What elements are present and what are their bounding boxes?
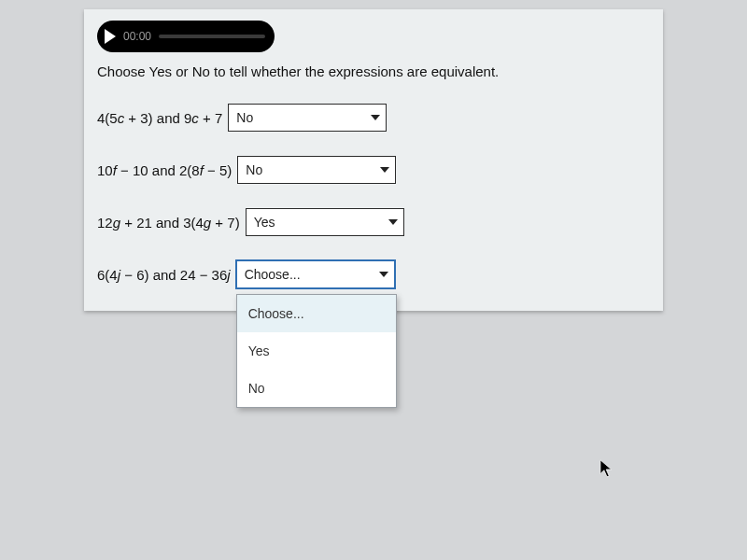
select-value: No: [236, 110, 253, 125]
question-row: 4(5c + 3) and 9c + 7 No: [97, 104, 650, 132]
select-value: No: [246, 162, 262, 177]
answer-dropdown[interactable]: Choose... Yes No: [236, 294, 397, 408]
audio-player[interactable]: 00:00: [97, 21, 275, 52]
select-value: Yes: [254, 215, 275, 230]
answer-select-1[interactable]: No: [228, 104, 387, 132]
play-icon[interactable]: [105, 29, 116, 44]
quiz-panel: 00:00 Choose Yes or No to tell whether t…: [84, 9, 663, 311]
audio-time: 00:00: [123, 30, 151, 43]
expression-text: 4(5c + 3) and 9c + 7: [97, 110, 222, 126]
mouse-cursor-icon: [599, 459, 614, 480]
question-row: 10f − 10 and 2(8f − 5) No: [97, 156, 650, 184]
dropdown-option-yes[interactable]: Yes: [237, 332, 396, 370]
dropdown-option-no[interactable]: No: [237, 370, 396, 407]
chevron-down-icon: [379, 272, 388, 277]
chevron-down-icon: [380, 167, 389, 173]
dropdown-option-choose[interactable]: Choose...: [237, 295, 396, 332]
expression-text: 6(4j − 6) and 24 − 36j: [97, 267, 231, 283]
select-value: Choose...: [245, 267, 301, 282]
answer-select-3[interactable]: Yes: [246, 208, 404, 236]
answer-select-2[interactable]: No: [237, 156, 396, 184]
expression-text: 10f − 10 and 2(8f − 5): [97, 162, 232, 178]
expression-text: 12g + 21 and 3(4g + 7): [97, 215, 240, 231]
question-row: 6(4j − 6) and 24 − 36j Choose...: [97, 260, 650, 288]
answer-select-4[interactable]: Choose...: [236, 260, 395, 288]
chevron-down-icon: [388, 219, 398, 225]
chevron-down-icon: [371, 115, 380, 120]
audio-progress-track[interactable]: [159, 35, 265, 38]
instruction-text: Choose Yes or No to tell whether the exp…: [97, 63, 650, 79]
question-row: 12g + 21 and 3(4g + 7) Yes: [97, 208, 650, 236]
